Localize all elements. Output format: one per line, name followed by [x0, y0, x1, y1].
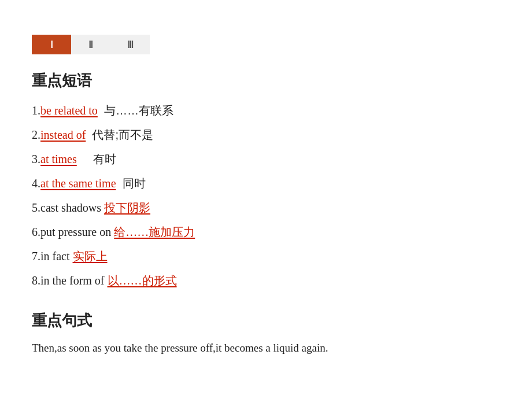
list-item: 1.be related to 与……有联系	[32, 101, 500, 120]
section2-title: 重点句式	[32, 311, 500, 331]
tab-2[interactable]: Ⅱ	[71, 35, 110, 54]
section1-title: 重点短语	[32, 71, 500, 91]
list-item: 8.in the form of 以……的形式	[32, 271, 500, 290]
phrase-link: 以……的形式	[108, 274, 177, 287]
phrase-number: 5.	[32, 201, 40, 214]
phrase-number: 6.	[32, 226, 40, 238]
phrase-prefix: in fact	[40, 250, 73, 263]
phrase-translation: 同时	[116, 177, 146, 190]
phrase-link: be related to	[40, 104, 98, 117]
list-item: 3.at times 有时	[32, 150, 500, 168]
list-item: 7.in fact 实际上	[32, 247, 500, 265]
phrase-translation: 有时	[77, 153, 116, 165]
phrase-translation: 代替;而不是	[86, 128, 153, 141]
tab-1[interactable]: Ⅰ	[32, 35, 71, 54]
phrase-link: 实际上	[73, 250, 108, 263]
list-item: 4.at the same time 同时	[32, 174, 500, 193]
tab-3[interactable]: Ⅲ	[110, 35, 150, 54]
list-item: 6.put pressure on 给……施加压力	[32, 223, 500, 241]
phrase-prefix: in the form of	[40, 274, 108, 287]
phrase-number: 8.	[32, 274, 40, 287]
phrase-translation: 与……有联系	[98, 104, 173, 117]
phrase-number: 3.	[32, 153, 40, 165]
list-item: 2.instead of 代替;而不是	[32, 125, 500, 144]
phrase-prefix: cast shadows	[40, 201, 104, 214]
phrase-prefix: put pressure on	[40, 226, 114, 238]
phrase-list: 1.be related to 与……有联系 2.instead of 代替;而…	[32, 101, 500, 290]
tabs-row: Ⅰ Ⅱ Ⅲ	[32, 35, 500, 54]
phrase-link: 投下阴影	[104, 201, 150, 214]
list-item: 5.cast shadows 投下阴影	[32, 198, 500, 217]
phrase-link: instead of	[40, 128, 86, 141]
phrase-link: at the same time	[40, 177, 116, 190]
phrase-link: 给……施加压力	[114, 226, 195, 238]
sentence-text: Then,as soon as you take the pressure of…	[32, 339, 500, 357]
phrase-number: 4.	[32, 177, 40, 190]
phrase-link: at times	[40, 153, 77, 165]
phrase-number: 7.	[32, 250, 40, 263]
phrase-number: 2.	[32, 128, 40, 141]
phrase-number: 1.	[32, 104, 40, 117]
